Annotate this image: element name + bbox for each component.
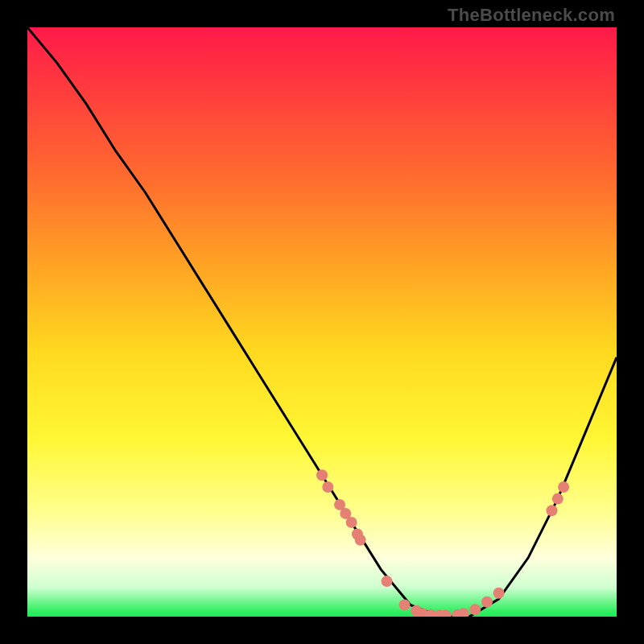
- bottleneck-curve-markers: [316, 469, 569, 617]
- curve-marker: [346, 517, 357, 528]
- curve-marker: [558, 481, 569, 493]
- curve-marker: [493, 588, 505, 599]
- curve-marker: [322, 481, 333, 493]
- curve-marker: [316, 469, 328, 481]
- watermark-text: TheBottleneck.com: [448, 5, 615, 26]
- curve-marker: [469, 604, 481, 615]
- bottleneck-curve-plot: [27, 27, 617, 617]
- chart-frame: [27, 27, 617, 617]
- curve-marker: [552, 493, 564, 505]
- curve-marker: [547, 505, 558, 516]
- curve-marker: [481, 597, 493, 608]
- curve-marker: [355, 535, 366, 546]
- curve-marker: [399, 599, 411, 610]
- curve-marker: [382, 576, 393, 587]
- bottleneck-curve-line: [27, 27, 617, 617]
- curve-marker: [458, 608, 469, 617]
